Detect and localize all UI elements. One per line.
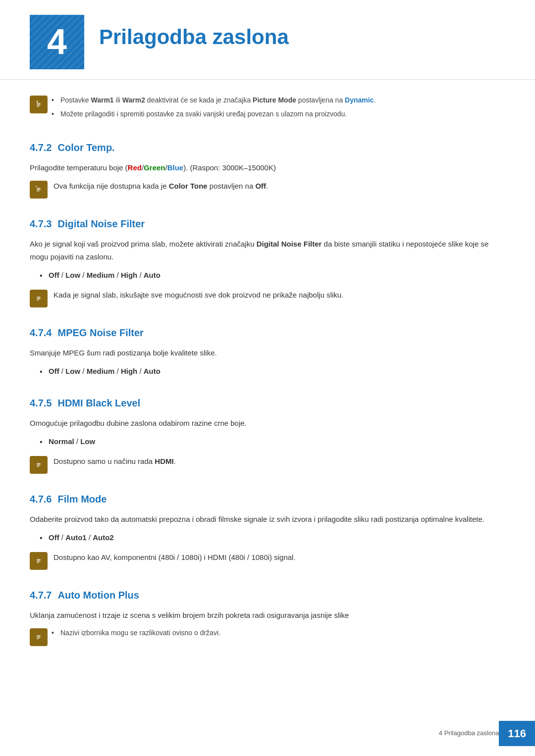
section-477-note-text-col: Nazivi izbornika mogu se razlikovati ovi… xyxy=(52,627,505,641)
note-icon-col xyxy=(30,95,52,113)
section-473-heading: 4.7.3Digital Noise Filter xyxy=(30,216,505,232)
section-475-note-text: Dostupno samo u načinu rada HDMI. xyxy=(54,455,176,468)
section-473-body: Ako je signal koji vaš proizvod prima sl… xyxy=(30,238,505,263)
footer-page-number: 116 xyxy=(499,721,535,746)
section-473-note: Kada je signal slab, iskušajte sve moguć… xyxy=(30,289,505,307)
section-477-bullet-1: Nazivi izbornika mogu se razlikovati ovi… xyxy=(52,627,505,639)
section-475-options: Normal / Low xyxy=(30,435,505,448)
section-477-body: Uklanja zamućenost i trzaje iz scena s v… xyxy=(30,609,505,622)
section-477-heading: 4.7.7Auto Motion Plus xyxy=(30,587,505,603)
section-474-body: Smanjuje MPEG šum radi postizanja bolje … xyxy=(30,347,505,359)
page-footer: 4 Prilagodba zaslona 116 xyxy=(439,721,535,746)
section-477-note-group: Nazivi izbornika mogu se razlikovati ovi… xyxy=(30,627,505,646)
section-476-note-text: Dostupno kao AV, komponentni (480i / 108… xyxy=(54,551,296,564)
section-477-bullets: Nazivi izbornika mogu se razlikovati ovi… xyxy=(52,627,505,639)
option-474: Off / Low / Medium / High / Auto xyxy=(40,365,505,378)
option-473: Off / Low / Medium / High / Auto xyxy=(40,269,505,282)
section-475-note: Dostupno samo u načinu rada HDMI. xyxy=(30,455,505,474)
section-474-heading: 4.7.4MPEG Noise Filter xyxy=(30,325,505,341)
section-476-body: Odaberite proizvod tako da automatski pr… xyxy=(30,513,505,526)
note-icon xyxy=(30,96,48,113)
section-473-options: Off / Low / Medium / High / Auto xyxy=(30,269,505,282)
note-icon-473 xyxy=(30,290,48,307)
section-476-note: Dostupno kao AV, komponentni (480i / 108… xyxy=(30,551,505,570)
section-474-options: Off / Low / Medium / High / Auto xyxy=(30,365,505,378)
intro-bullets: Postavke Warm1 ili Warm2 deaktivirat će … xyxy=(52,95,505,120)
intro-notes-text: Postavke Warm1 ili Warm2 deaktivirat će … xyxy=(52,95,505,122)
note-icon-476 xyxy=(30,552,48,570)
footer-chapter-ref: 4 Prilagodba zaslona xyxy=(439,728,499,739)
note-icon-475 xyxy=(30,456,48,474)
svg-rect-0 xyxy=(34,100,43,109)
chapter-number: 4 xyxy=(30,15,84,69)
intro-note-group: Postavke Warm1 ili Warm2 deaktivirat će … xyxy=(30,95,505,122)
section-473-note-text: Kada je signal slab, iskušajte sve moguć… xyxy=(54,289,343,302)
section-475-heading: 4.7.5HDMI Black Level xyxy=(30,395,505,411)
intro-bullet-1: Postavke Warm1 ili Warm2 deaktivirat će … xyxy=(52,95,505,106)
section-472-body: Prilagodite temperaturu boje (Red/Green/… xyxy=(30,161,505,174)
note-icon-477 xyxy=(30,628,48,646)
main-content: Postavke Warm1 ili Warm2 deaktivirat će … xyxy=(0,95,535,693)
section-472-note-text: Ova funkcija nije dostupna kada je Color… xyxy=(54,180,268,193)
option-476: Off / Auto1 / Auto2 xyxy=(40,531,505,544)
note-icon-472 xyxy=(30,181,48,199)
section-476-heading: 4.7.6Film Mode xyxy=(30,491,505,507)
note-icon-col-477 xyxy=(30,627,52,646)
chapter-title: Prilagodba zaslona xyxy=(99,15,289,50)
option-475: Normal / Low xyxy=(40,435,505,448)
section-475-body: Omogućuje prilagodbu dubine zaslona odab… xyxy=(30,417,505,430)
section-476-options: Off / Auto1 / Auto2 xyxy=(30,531,505,544)
section-472-heading: 4.7.2Color Temp. xyxy=(30,140,505,155)
page-header: 4 Prilagodba zaslona xyxy=(0,0,535,80)
section-472-note: Ova funkcija nije dostupna kada je Color… xyxy=(30,180,505,199)
intro-bullet-2: Možete prilagoditi i spremiti postavke z… xyxy=(52,108,505,120)
